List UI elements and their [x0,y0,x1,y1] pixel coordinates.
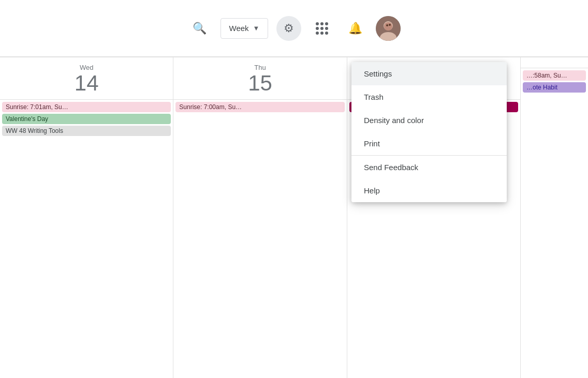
menu-item-print[interactable]: Print [351,132,507,155]
day-events-wed: Sunrise: 7:01am, Su… Valentine's Day WW … [0,100,173,378]
bell-icon: 🔔 [348,22,362,35]
day-header-wed: Wed 14 [0,57,173,100]
day-number-wed: 14 [5,71,168,95]
day-header-thu: Thu 15 [173,57,346,100]
week-selector[interactable]: Week ▼ [220,18,269,39]
day-col-sat: …:58am, Su… …ote Habit [521,57,588,378]
menu-item-trash[interactable]: Trash [351,85,507,109]
svg-point-3 [384,22,392,31]
avatar[interactable] [376,16,401,41]
notifications-button[interactable]: 🔔 [343,16,368,41]
day-number-thu: 15 [179,71,341,95]
event-sunrise-thu[interactable]: Sunrise: 7:00am, Su… [175,102,344,112]
day-name-thu: Thu [179,64,341,71]
event-ww48[interactable]: WW 48 Writing Tools [2,126,171,136]
day-col-wed: Wed 14 Sunrise: 7:01am, Su… Valentine's … [0,57,173,378]
menu-item-density[interactable]: Density and color [351,109,507,132]
settings-dropdown: Settings Trash Density and color Print S… [351,62,507,202]
svg-point-4 [386,24,388,26]
apps-button[interactable] [310,16,334,41]
svg-point-5 [389,24,391,26]
event-sunrise-wed[interactable]: Sunrise: 7:01am, Su… [2,102,171,112]
day-col-thu: Thu 15 Sunrise: 7:00am, Su… [173,57,347,378]
search-button[interactable]: 🔍 [187,16,212,41]
gear-icon: ⚙ [284,22,294,35]
event-valentines[interactable]: Valentine's Day [2,114,171,124]
grid-icon [316,22,328,35]
header-icons: 🔍 Week ▼ ⚙ 🔔 [187,16,401,41]
settings-button[interactable]: ⚙ [276,16,301,41]
event-sunrise-sat[interactable]: …:58am, Su… [523,70,586,81]
day-header-sat [521,57,588,68]
menu-item-feedback[interactable]: Send Feedback [351,156,507,179]
chevron-down-icon: ▼ [253,24,260,32]
menu-item-help[interactable]: Help [351,179,507,202]
header: 🔍 Week ▼ ⚙ 🔔 [0,0,588,57]
day-events-sat: …:58am, Su… …ote Habit [521,68,588,378]
event-habit-sat[interactable]: …ote Habit [523,82,586,93]
day-name-wed: Wed [5,64,168,71]
day-events-thu: Sunrise: 7:00am, Su… [173,100,346,378]
menu-item-settings[interactable]: Settings [351,62,507,85]
week-selector-label: Week [229,24,249,33]
calendar-area: Wed 14 Sunrise: 7:01am, Su… Valentine's … [0,57,588,378]
search-icon: 🔍 [193,22,207,35]
